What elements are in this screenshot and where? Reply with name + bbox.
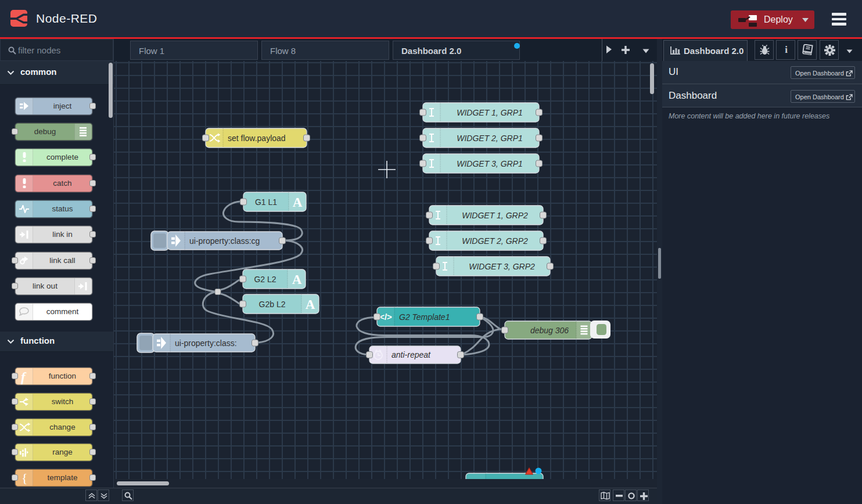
svg-text:{: { <box>21 471 28 484</box>
svg-text:debug 306: debug 306 <box>530 326 569 335</box>
svg-text:WIDGET 2, GRP2: WIDGET 2, GRP2 <box>462 236 528 246</box>
svg-text:set flow.payload: set flow.payload <box>228 134 286 143</box>
svg-text:WIDGET 3, GRP1: WIDGET 3, GRP1 <box>457 159 523 168</box>
svg-text:WIDGET 2, GRP1: WIDGET 2, GRP1 <box>457 134 523 143</box>
svg-text:G2b L2: G2b L2 <box>259 300 286 309</box>
svg-text:WIDGET 3, GRP2: WIDGET 3, GRP2 <box>469 262 535 271</box>
svg-text:G1 L1: G1 L1 <box>255 197 277 207</box>
svg-text:A: A <box>293 195 303 210</box>
svg-text:WIDGET 1, GRP1: WIDGET 1, GRP1 <box>457 108 523 117</box>
svg-text:G2 L2: G2 L2 <box>254 275 276 284</box>
svg-text:A: A <box>292 272 302 287</box>
svg-text:ui-property:class:: ui-property:class: <box>175 339 237 348</box>
svg-text:ui-property:class:cg: ui-property:class:cg <box>189 236 260 246</box>
svg-text:</>: </> <box>379 312 392 322</box>
svg-text:f: f <box>21 370 27 384</box>
svg-text:G2 Template1: G2 Template1 <box>399 312 450 322</box>
svg-text:anti-repeat: anti-repeat <box>392 350 431 359</box>
svg-text:WIDGET 1, GRP2: WIDGET 1, GRP2 <box>462 211 528 220</box>
svg-text:A: A <box>306 297 315 312</box>
